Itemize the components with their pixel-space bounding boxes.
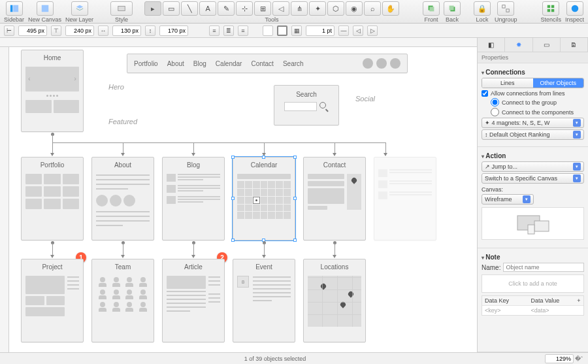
card-title: Portfolio	[22, 157, 83, 171]
card-locations[interactable]: Locations	[303, 259, 366, 342]
selection-tool[interactable]: ▸	[144, 1, 161, 16]
h-field[interactable]	[159, 25, 188, 36]
front-button[interactable]: Front	[423, 1, 440, 23]
annotation-featured: Featured	[108, 118, 137, 125]
svg-rect-13	[551, 9, 554, 12]
card-portfolio[interactable]: Portfolio	[21, 157, 84, 240]
sidebar-toggle[interactable]: Sidebar	[4, 1, 24, 23]
card-title: Project	[22, 259, 83, 273]
data-table[interactable]: Data KeyData Value+ <key><data>	[482, 295, 584, 316]
diagram-tool[interactable]: ⊞	[254, 1, 271, 16]
canvas-preview	[482, 207, 584, 240]
pen-tool[interactable]: ✎	[218, 1, 235, 16]
card-about[interactable]: About	[91, 157, 154, 240]
tab-properties-icon[interactable]: ✸	[505, 38, 532, 52]
ungroup-button[interactable]: Ungroup	[495, 1, 517, 23]
canvas[interactable]: Home ‹ › Portfolio About Blog	[9, 47, 477, 352]
card-navbar[interactable]: Portfolio About Blog Calendar Contact Se…	[127, 54, 408, 73]
search-icon	[319, 102, 329, 111]
section-note[interactable]: Note	[482, 254, 584, 261]
stroke-swatch[interactable]	[277, 25, 287, 36]
radio-components[interactable]: Connect to the components	[491, 108, 584, 116]
hand-tool[interactable]: ✋	[382, 1, 399, 16]
svg-rect-0	[10, 5, 12, 12]
zoom-tool[interactable]: ⌕	[364, 1, 381, 16]
card-home[interactable]: Home ‹ ›	[21, 50, 84, 132]
tab-canvas-icon[interactable]: ▭	[533, 38, 561, 52]
name-input[interactable]	[503, 263, 584, 272]
height-icon[interactable]: ↕	[145, 25, 155, 36]
switch-select[interactable]: Switch to a Specific Canvas▾	[482, 173, 584, 184]
lock-button[interactable]: 🔒Lock	[474, 1, 491, 23]
radio-group[interactable]: Connect to the group	[491, 98, 584, 107]
stroke-field[interactable]	[306, 25, 335, 36]
width-icon[interactable]: ↔	[98, 25, 108, 36]
calendar-grid	[237, 181, 291, 219]
action-select[interactable]: ↗ Jump to...▾	[482, 161, 584, 172]
section-connections[interactable]: Connections	[482, 69, 584, 76]
shape-tool[interactable]: ⬡	[327, 1, 344, 16]
y-field[interactable]	[65, 25, 94, 36]
text-tool[interactable]: A	[199, 1, 216, 16]
svg-rect-12	[547, 9, 550, 12]
ranking-select[interactable]: ↕ Default Object Ranking▾	[482, 129, 584, 140]
new-layer-button[interactable]: New Layer	[65, 1, 93, 23]
fill-swatch[interactable]	[263, 25, 273, 36]
card-team[interactable]: Team	[91, 259, 154, 342]
zoom-field[interactable]	[545, 354, 574, 363]
point-tool[interactable]: ✦	[309, 1, 326, 16]
nav-item: Search	[283, 60, 304, 67]
nav-item: Blog	[193, 60, 206, 67]
new-canvas-button[interactable]: New Canvas	[28, 1, 61, 23]
magnets-select[interactable]: ✦ 4 magnets: N, S, E, W▾	[482, 118, 584, 128]
lock-icon: 🔒	[478, 5, 487, 13]
arrow-end-icon[interactable]: ▷	[367, 25, 378, 36]
w-field[interactable]	[112, 25, 141, 36]
align-right-icon[interactable]: ≡	[238, 25, 248, 36]
back-button[interactable]: Back	[444, 1, 461, 23]
align-left-icon[interactable]: ≡	[209, 25, 220, 36]
line-style-icon[interactable]: —	[338, 25, 349, 36]
line-tool[interactable]: ╲	[181, 1, 198, 16]
tab-object-icon[interactable]: ◧	[478, 38, 505, 52]
card-blog[interactable]: Blog	[162, 157, 225, 240]
card-project[interactable]: Project	[21, 259, 84, 342]
nav-item: About	[167, 60, 184, 67]
connections-segment[interactable]: Lines Other Objects	[482, 78, 584, 88]
ruler-horizontal	[0, 38, 477, 47]
chk-allow[interactable]: Allow connections from lines	[482, 90, 584, 97]
section-action[interactable]: Action	[482, 152, 584, 159]
tab-document-icon[interactable]: 🗎	[561, 38, 588, 52]
seg-other[interactable]: Other Objects	[533, 78, 584, 88]
align-x-icon[interactable]: ⊢	[4, 25, 14, 36]
card-calendar[interactable]: Calendar	[233, 157, 295, 240]
svg-rect-3	[118, 7, 125, 11]
zoom-stepper-icon[interactable]: �ˆ	[575, 356, 583, 362]
map-thumb	[308, 276, 361, 327]
x-field[interactable]	[18, 25, 47, 36]
card-search[interactable]: Search	[274, 85, 339, 125]
shadow-icon[interactable]: ▦	[291, 25, 302, 36]
canvas-select[interactable]: Wireframe▾	[482, 194, 534, 205]
connect-tool[interactable]: ◁	[272, 1, 289, 16]
inspect-button[interactable]: Inspect	[565, 1, 584, 23]
svg-rect-10	[547, 5, 550, 8]
align-y-icon[interactable]: ⊤	[51, 25, 61, 36]
arrow-start-icon[interactable]: ◁	[353, 25, 363, 36]
card-ghost[interactable]	[374, 157, 436, 240]
style-picker[interactable]: Style	[110, 1, 133, 23]
note-input[interactable]: Click to add a note	[482, 274, 584, 293]
card-title: Search	[296, 91, 317, 98]
crop-tool[interactable]: ⊹	[236, 1, 253, 16]
card-event[interactable]: Event 8	[233, 259, 295, 342]
rect-tool[interactable]: ▭	[163, 1, 180, 16]
card-article[interactable]: Article	[162, 259, 225, 342]
align-center-icon[interactable]: ≣	[223, 25, 234, 36]
card-title: Event	[233, 259, 295, 273]
inspector-tabs[interactable]: ◧ ✸ ▭ 🗎	[478, 38, 588, 52]
card-contact[interactable]: Contact	[303, 157, 366, 240]
seg-lines[interactable]: Lines	[482, 78, 533, 88]
stamp-tool[interactable]: ◉	[346, 1, 363, 16]
stencils-button[interactable]: Stencils	[540, 1, 561, 23]
node-tool[interactable]: ⋔	[291, 1, 308, 16]
